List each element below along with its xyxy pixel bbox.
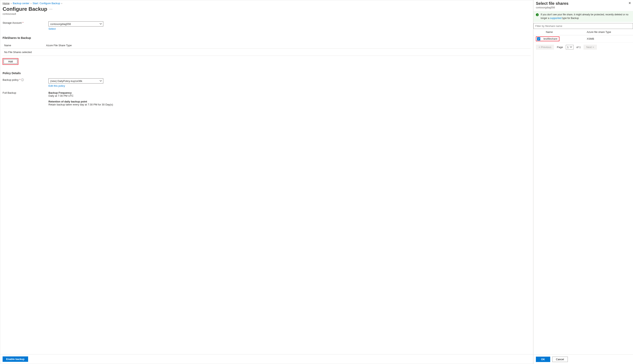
fileshares-empty-row: No File Shares selected bbox=[3, 49, 531, 56]
chevron-right-icon: › bbox=[31, 2, 31, 5]
select-fileshares-panel: Select file shares contosorgdiag556 ✕ If… bbox=[533, 0, 633, 364]
page-of-label: of 1 bbox=[576, 46, 581, 49]
backup-policy-value: (new) DailyPolicy-kup1e38k bbox=[50, 80, 82, 82]
retention-title: Retention of daily backup point bbox=[49, 100, 113, 103]
panel-col-type: Azure file share Type bbox=[587, 30, 630, 34]
cancel-button[interactable]: Cancel bbox=[552, 356, 568, 362]
fileshares-heading: FileShares to Backup bbox=[3, 36, 531, 40]
storage-account-value: contosorgdiag556 bbox=[50, 22, 71, 26]
fileshare-checkbox[interactable] bbox=[537, 37, 540, 40]
page-title: Configure Backup bbox=[3, 6, 47, 12]
main-footer: Enable backup bbox=[0, 354, 533, 364]
panel-subtitle: contosorgdiag556 bbox=[536, 6, 630, 9]
fileshare-name: testfileshare bbox=[543, 37, 557, 40]
policy-details-heading: Policy Details bbox=[3, 72, 531, 75]
fileshares-table: Name Azure File Share Type No File Share… bbox=[3, 42, 531, 56]
add-button[interactable]: Add bbox=[4, 59, 17, 64]
page-subtitle: contosovault bbox=[3, 12, 531, 15]
panel-title: Select file shares bbox=[536, 1, 630, 6]
panel-footer: OK Cancel bbox=[533, 354, 633, 364]
chevron-down-icon bbox=[100, 23, 102, 25]
chevron-down-icon bbox=[570, 46, 572, 48]
storage-select-link[interactable]: Select bbox=[49, 27, 103, 30]
storage-account-label: Storage Account* bbox=[3, 21, 49, 24]
banner-supported-link[interactable]: supported bbox=[550, 16, 562, 20]
callout-highlight: Add bbox=[3, 58, 18, 65]
storage-account-dropdown[interactable]: contosorgdiag556 bbox=[49, 21, 103, 26]
breadcrumb-home[interactable]: Home bbox=[3, 2, 10, 5]
retention-value: Retain backup taken every day at 7:30 PM… bbox=[49, 103, 113, 106]
fileshares-col-name: Name bbox=[4, 44, 46, 47]
pagination: < Previous Page 1 of 1 Next > bbox=[533, 43, 633, 52]
backup-policy-dropdown[interactable]: (new) DailyPolicy-kup1e38k bbox=[49, 78, 103, 84]
page-label: Page bbox=[557, 46, 563, 49]
chevron-right-icon: › bbox=[11, 2, 12, 5]
breadcrumb-backup-center[interactable]: Backup center bbox=[13, 2, 29, 5]
backup-frequency-value: Daily at 7:30 PM UTC bbox=[49, 94, 113, 97]
breadcrumb: Home › Backup center › Start: Configure … bbox=[3, 2, 531, 5]
previous-button[interactable]: < Previous bbox=[536, 45, 554, 50]
info-banner: If you don't see your file share, it mig… bbox=[533, 11, 633, 22]
banner-text-post: type for Backup bbox=[562, 17, 579, 20]
close-icon[interactable]: ✕ bbox=[628, 1, 631, 5]
fileshares-col-type: Azure File Share Type bbox=[46, 44, 72, 47]
backup-policy-label: Backup policy* i bbox=[3, 78, 49, 81]
info-icon[interactable]: i bbox=[21, 78, 24, 81]
ok-button[interactable]: OK bbox=[536, 356, 550, 362]
full-backup-label: Full Backup bbox=[3, 91, 49, 106]
panel-col-name: Name bbox=[546, 30, 587, 34]
fileshare-type: XSMB bbox=[587, 37, 630, 40]
chevron-right-icon: › bbox=[62, 2, 62, 5]
edit-policy-link[interactable]: Edit this policy bbox=[49, 84, 103, 87]
filter-fileshare-input[interactable] bbox=[533, 23, 633, 29]
page-select[interactable]: 1 bbox=[566, 45, 573, 50]
enable-backup-button[interactable]: Enable backup bbox=[3, 356, 28, 362]
breadcrumb-start-configure[interactable]: Start: Configure Backup bbox=[33, 2, 60, 5]
fileshare-table-header: Name Azure file share Type bbox=[533, 29, 633, 35]
backup-frequency-title: Backup Frequency bbox=[49, 91, 113, 94]
more-actions-icon[interactable]: ⋯ bbox=[49, 7, 53, 11]
callout-highlight: testfileshare bbox=[536, 36, 559, 41]
check-circle-icon bbox=[536, 13, 539, 16]
fileshare-row[interactable]: testfileshare XSMB bbox=[533, 35, 633, 43]
chevron-down-icon bbox=[100, 80, 102, 82]
main-panel: Home › Backup center › Start: Configure … bbox=[0, 0, 533, 364]
next-button[interactable]: Next > bbox=[583, 45, 597, 50]
